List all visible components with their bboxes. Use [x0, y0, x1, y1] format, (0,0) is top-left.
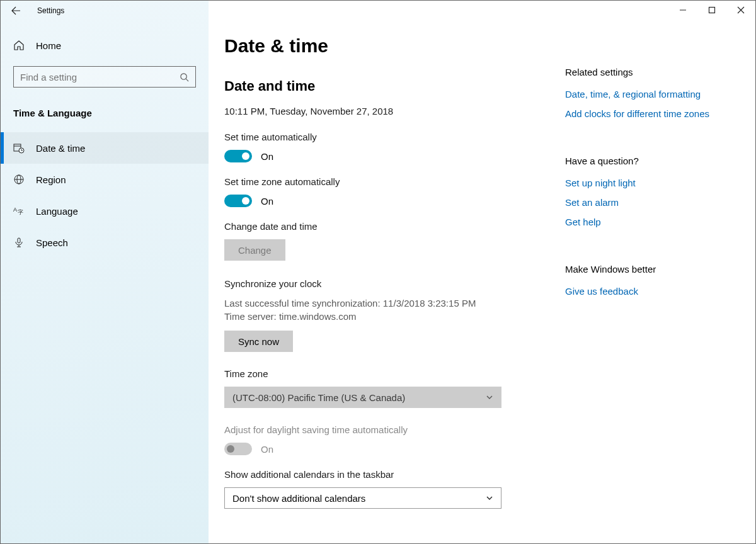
home-label: Home [36, 40, 61, 51]
sidebar-item-speech[interactable]: Speech [1, 227, 209, 258]
home-nav[interactable]: Home [1, 31, 209, 60]
tz-label: Time zone [224, 368, 555, 379]
svg-text:字: 字 [18, 209, 23, 215]
language-icon: A字 [13, 205, 25, 217]
aside-panel: Related settings Date, time, & regional … [555, 35, 731, 531]
sidebar-section-title: Time & Language [1, 100, 209, 132]
set-tz-auto-toggle[interactable] [224, 195, 252, 207]
nav-label: Date & time [36, 143, 85, 154]
close-icon [737, 6, 745, 14]
sync-last: Last successful time synchronization: 11… [224, 297, 555, 310]
svg-text:A: A [13, 207, 17, 213]
page-title: Date & time [224, 35, 555, 57]
svg-rect-1 [709, 8, 715, 13]
chevron-down-icon [486, 494, 493, 502]
sidebar-item-region[interactable]: Region [1, 164, 209, 195]
minimize-button[interactable] [668, 1, 697, 20]
tz-dropdown: (UTC-08:00) Pacific Time (US & Canada) [224, 387, 501, 408]
tz-value: (UTC-08:00) Pacific Time (US & Canada) [232, 392, 405, 403]
dst-toggle [224, 443, 252, 455]
link-night-light[interactable]: Set up night light [565, 178, 731, 188]
maximize-icon [708, 6, 716, 14]
link-regional-formatting[interactable]: Date, time, & regional formatting [565, 89, 731, 99]
sidebar-item-language[interactable]: A字 Language [1, 195, 209, 227]
titlebar: Settings [1, 1, 755, 21]
set-tz-auto-label: Set time zone automatically [224, 176, 555, 187]
change-button: Change [224, 239, 285, 261]
set-time-auto-state: On [261, 151, 273, 162]
nav-label: Speech [36, 237, 68, 248]
close-button[interactable] [726, 1, 755, 20]
svg-point-2 [181, 73, 186, 79]
link-feedback[interactable]: Give us feedback [565, 286, 731, 297]
sync-now-button[interactable]: Sync now [224, 331, 293, 352]
addl-cal-value: Don't show additional calendars [232, 493, 365, 504]
set-time-auto-label: Set time automatically [224, 132, 555, 142]
search-box[interactable] [13, 66, 196, 88]
search-icon [180, 72, 189, 82]
set-time-auto-toggle[interactable] [224, 150, 252, 162]
svg-line-3 [186, 79, 188, 81]
home-icon [13, 40, 25, 51]
nav-label: Region [36, 174, 66, 185]
chevron-down-icon [486, 394, 493, 401]
change-dt-label: Change date and time [224, 221, 555, 232]
section-heading: Date and time [224, 78, 555, 94]
globe-icon [13, 174, 25, 185]
back-arrow-icon [11, 6, 21, 16]
sidebar-item-date-time[interactable]: Date & time [1, 132, 209, 164]
dst-label: Adjust for daylight saving time automati… [224, 424, 555, 435]
back-button[interactable] [1, 1, 31, 21]
sidebar: Home Time & Language Date & time Region … [1, 1, 209, 543]
app-title: Settings [31, 6, 64, 15]
sync-server: Time server: time.windows.com [224, 310, 555, 323]
better-heading: Make Windows better [565, 264, 731, 275]
link-get-help[interactable]: Get help [565, 217, 731, 227]
minimize-icon [679, 6, 687, 14]
set-tz-auto-state: On [261, 196, 273, 207]
addl-cal-label: Show additional calendars in the taskbar [224, 469, 555, 480]
question-heading: Have a question? [565, 156, 731, 166]
link-add-clocks[interactable]: Add clocks for different time zones [565, 108, 731, 119]
nav-label: Language [36, 206, 78, 217]
related-heading: Related settings [565, 67, 731, 77]
current-datetime: 10:11 PM, Tuesday, November 27, 2018 [224, 106, 555, 116]
dst-state: On [261, 444, 273, 455]
maximize-button[interactable] [697, 1, 726, 20]
sync-heading: Synchronize your clock [224, 278, 555, 289]
svg-rect-12 [18, 238, 20, 243]
link-set-alarm[interactable]: Set an alarm [565, 197, 731, 208]
calendar-clock-icon [13, 142, 25, 154]
microphone-icon [13, 237, 25, 248]
main-content: Date & time Date and time 10:11 PM, Tues… [224, 35, 555, 531]
search-input[interactable] [20, 72, 180, 82]
addl-cal-dropdown[interactable]: Don't show additional calendars [224, 487, 501, 509]
